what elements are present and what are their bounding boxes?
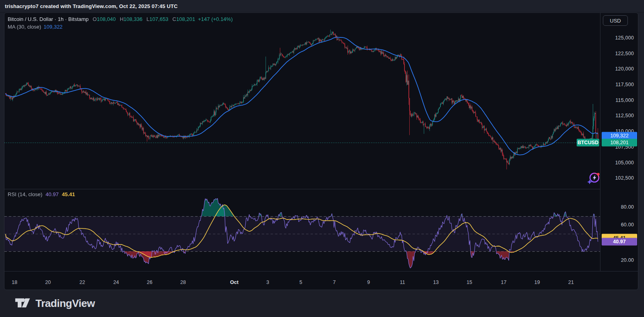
open-value: 108,040	[97, 16, 116, 22]
rsi-legend: RSI (14, close)40.9745.41	[8, 191, 75, 197]
rsi-badge: 40.97	[602, 238, 637, 245]
price-tick-label: 120,000	[615, 66, 634, 72]
ma-price-badge: 109,322	[602, 132, 637, 139]
low-label: L	[146, 16, 149, 22]
attribution-bar: trishacrypto7 created with TradingView.c…	[0, 0, 644, 12]
time-tick-label: 9	[367, 280, 370, 285]
low-value: 107,653	[150, 16, 169, 22]
price-tick-label: 125,000	[615, 35, 634, 41]
symbol-legend: Bitcoin / U.S. Dollar · 1h · Bitstamp O1…	[8, 16, 233, 22]
rsi-ma-value: 45.41	[62, 191, 75, 197]
price-tick-label: 105,000	[615, 160, 634, 166]
close-value: 108,201	[176, 16, 195, 22]
time-tick-label: 26	[147, 280, 152, 285]
symbol-title: Bitcoin / U.S. Dollar · 1h · Bitstamp	[8, 16, 89, 22]
high-value: 108,336	[123, 16, 142, 22]
tradingview-wordmark[interactable]: TradingView	[35, 297, 95, 310]
chart-workspace: 125,000122,500120,000117,500115,000112,5…	[0, 12, 644, 290]
price-tick-label: 102,500	[615, 175, 634, 181]
time-tick-label: 20	[45, 280, 51, 285]
time-tick-label: 22	[79, 280, 85, 285]
ma-value: 109,322	[44, 24, 63, 30]
time-tick-label: 19	[534, 280, 540, 285]
currency-toggle-button[interactable]: USD	[603, 15, 628, 26]
tradingview-logo-icon[interactable]	[15, 298, 31, 310]
price-tick-label: 115,000	[615, 97, 634, 103]
price-chart-canvas[interactable]	[4, 13, 600, 189]
price-tick-label: 117,500	[615, 82, 634, 87]
high-label: H	[120, 16, 123, 22]
chart-frame: 125,000122,500120,000117,500115,000112,5…	[4, 12, 638, 290]
time-tick-label: 11	[400, 280, 405, 285]
price-tick-label: 112,500	[615, 113, 634, 118]
time-tick-label: 3	[267, 280, 269, 285]
spark-ai-icon[interactable]	[587, 172, 600, 184]
time-axis[interactable]: 182022242628Oct3579111315171921	[4, 271, 638, 290]
close-label: C	[173, 16, 176, 22]
time-tick-label: 17	[501, 280, 506, 285]
rsi-tick-label: 60.00	[621, 222, 634, 228]
time-tick-label: Oct	[230, 280, 239, 285]
attribution-text: trishacrypto7 created with TradingView.c…	[5, 3, 178, 9]
rsi-chart-canvas[interactable]	[4, 189, 600, 271]
rsi-tick-label: 20.00	[621, 257, 634, 263]
rsi-tick-label: 80.00	[621, 204, 634, 210]
time-tick-label: 28	[180, 280, 186, 285]
rsi-value: 40.97	[46, 191, 59, 197]
open-label: O	[93, 16, 97, 22]
ma-label: MA (30, close)	[8, 24, 41, 30]
rsi-label: RSI (14, close)	[8, 191, 42, 197]
time-tick-label: 13	[433, 280, 439, 285]
time-tick-label: 5	[300, 280, 302, 285]
time-tick-label: 7	[333, 280, 336, 285]
ma-legend: MA (30, close)109,322	[8, 24, 63, 30]
time-tick-label: 18	[12, 280, 17, 285]
time-tick-label: 24	[113, 280, 119, 285]
price-tick-label: 122,500	[615, 51, 634, 56]
time-tick-label: 15	[467, 280, 472, 285]
watermark-bar: TradingView	[0, 290, 644, 317]
symbol-tag: BTCUSD	[577, 139, 599, 146]
last-price-badge: 108,201	[602, 139, 637, 146]
change-value: +147 (+0.14%)	[198, 16, 233, 22]
time-tick-label: 21	[568, 280, 574, 285]
